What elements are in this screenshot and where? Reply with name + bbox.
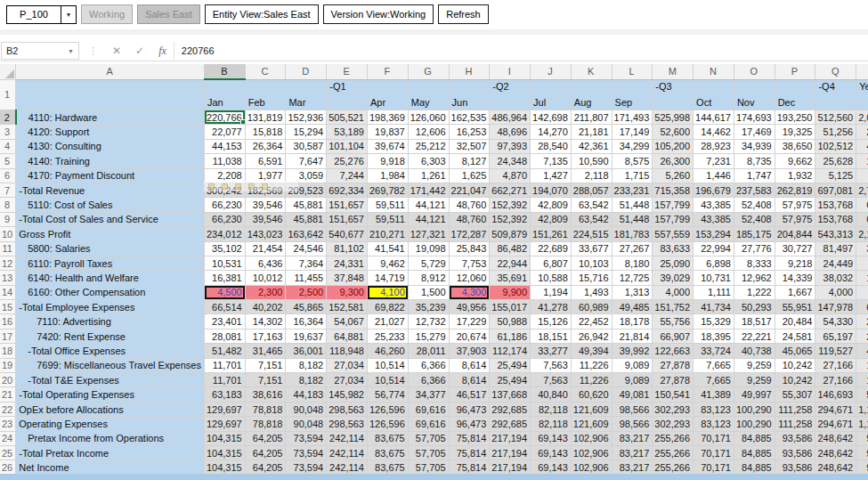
cell-B20[interactable]: 11,701 — [204, 373, 245, 387]
entity-view-button[interactable]: Entity View:Sales East — [205, 4, 319, 24]
cell-O15[interactable]: 50,293 — [734, 300, 775, 314]
cell-Q4[interactable]: 102,512 — [815, 139, 856, 153]
cell-N10[interactable]: 153,294 — [694, 227, 734, 241]
cell-F21[interactable]: 56,774 — [367, 387, 408, 402]
row-header-21[interactable]: 21 — [0, 387, 16, 402]
cell-B21[interactable]: 63,183 — [204, 387, 245, 402]
cell-L9[interactable]: 51,448 — [612, 212, 653, 226]
cell-M16[interactable]: 55,756 — [653, 314, 694, 329]
cell-C10[interactable]: 143,023 — [245, 227, 286, 241]
name-box-dropdown-icon[interactable]: ▼ — [68, 48, 74, 54]
cell-N15[interactable]: 41,734 — [694, 300, 734, 314]
cell-K26[interactable]: 102,906 — [571, 460, 612, 475]
cell-D16[interactable]: 16,364 — [286, 314, 327, 329]
cell-H7[interactable]: 221,047 — [449, 183, 490, 197]
cell-N2[interactable]: 144,617 — [694, 110, 734, 125]
cell-I2[interactable]: 486,964 — [490, 110, 531, 125]
cell-J13[interactable]: 10,588 — [531, 271, 572, 285]
cell-G11[interactable]: 19,098 — [408, 241, 449, 256]
cell-N11[interactable]: 22,994 — [694, 241, 734, 256]
row-header-12[interactable]: 12 — [0, 256, 16, 270]
cell-R22[interactable]: 1,188,212 — [856, 402, 868, 416]
cell-E14[interactable]: 9,300 — [327, 285, 368, 299]
cell-K14[interactable]: 1,493 — [571, 285, 612, 299]
cell-E13[interactable]: 37,848 — [327, 271, 368, 285]
cell-P17[interactable]: 24,581 — [775, 329, 815, 343]
cell-Q8[interactable]: 153,768 — [815, 198, 856, 212]
column-header-A[interactable]: A — [16, 64, 205, 79]
cell-P21[interactable]: 55,307 — [775, 387, 815, 402]
cell-E7[interactable]: 692,334 — [327, 183, 368, 197]
cell-E15[interactable]: 152,581 — [327, 300, 368, 314]
cell-C8[interactable]: 39,546 — [245, 198, 286, 212]
cell-H2[interactable]: 162,535 — [449, 110, 490, 125]
cell-L18[interactable]: 39,992 — [612, 344, 653, 358]
cell-G17[interactable]: 15,279 — [408, 329, 449, 343]
cell-E11[interactable]: 81,102 — [327, 241, 368, 256]
cell-Q24[interactable]: 248,642 — [815, 431, 856, 445]
cell-F4[interactable]: 39,674 — [367, 139, 408, 153]
row-header-20[interactable]: 20 — [0, 373, 16, 387]
cell-H8[interactable]: 48,760 — [449, 198, 490, 212]
cell-G19[interactable]: 6,366 — [408, 358, 449, 372]
cell-M17[interactable]: 66,907 — [653, 329, 694, 343]
cell-P6[interactable]: 1,932 — [775, 168, 815, 183]
cell-N5[interactable]: 7,231 — [694, 154, 734, 168]
cell-L23[interactable]: 98,566 — [612, 417, 653, 431]
cell-M22[interactable]: 302,293 — [653, 402, 694, 416]
cell-C6[interactable]: 1,977 — [245, 168, 286, 183]
cancel-icon[interactable]: ✕ — [105, 45, 128, 57]
cell-N14[interactable]: 1,111 — [694, 285, 734, 299]
cell-H10[interactable]: 172,287 — [449, 227, 490, 241]
cell-F17[interactable]: 25,233 — [367, 329, 408, 343]
cell-H19[interactable]: 8,614 — [449, 358, 490, 372]
cell-K4[interactable]: 42,361 — [571, 139, 612, 153]
cell-G12[interactable]: 5,729 — [408, 256, 449, 270]
cell-D7[interactable]: 209,523 — [286, 183, 327, 197]
cell-E17[interactable]: 64,881 — [327, 329, 368, 343]
cell-G10[interactable]: 127,321 — [408, 227, 449, 241]
cell-B19[interactable]: 11,701 — [204, 358, 245, 372]
cell-Q12[interactable]: 24,449 — [815, 256, 856, 270]
cell-M7[interactable]: 715,358 — [653, 183, 694, 197]
cell-H17[interactable]: 20,674 — [449, 329, 490, 343]
cell-H5[interactable]: 8,127 — [449, 154, 490, 168]
cell-N16[interactable]: 15,329 — [694, 314, 734, 329]
cell-K19[interactable]: 11,226 — [571, 358, 612, 372]
cell-P24[interactable]: 93,586 — [775, 431, 815, 445]
cell-K18[interactable]: 49,394 — [571, 344, 612, 358]
row-header-24[interactable]: 24 — [0, 431, 16, 445]
cell-F8[interactable]: 59,511 — [367, 198, 408, 212]
header-cell-P1[interactable]: Dec — [775, 79, 815, 110]
cell-R11[interactable]: 332,714 — [856, 241, 868, 256]
cell-G5[interactable]: 6,303 — [408, 154, 449, 168]
cell-R20[interactable]: 107,572 — [856, 373, 868, 387]
cell-I7[interactable]: 662,271 — [490, 183, 531, 197]
cell-J10[interactable]: 151,261 — [531, 227, 572, 241]
cell-I17[interactable]: 61,186 — [490, 329, 531, 343]
cell-O16[interactable]: 18,517 — [734, 314, 775, 329]
cell-J22[interactable]: 82,118 — [531, 402, 572, 416]
cell-F16[interactable]: 21,027 — [367, 314, 408, 329]
header-cell-H1[interactable]: Jun — [449, 79, 490, 110]
header-cell-K1[interactable]: Aug — [571, 79, 612, 110]
cell-G8[interactable]: 44,121 — [408, 198, 449, 212]
cell-J16[interactable]: 15,126 — [531, 314, 572, 329]
cell-D23[interactable]: 90,048 — [286, 417, 327, 431]
cell-E2[interactable]: 505,521 — [327, 110, 368, 125]
row-header-6[interactable]: 6 — [0, 168, 16, 183]
cell-B6[interactable]: 2,208 — [204, 168, 245, 183]
cell-R2[interactable]: 2,031,043 — [856, 110, 868, 125]
cell-R5[interactable]: 101,552 — [856, 154, 868, 168]
cell-L7[interactable]: 233,231 — [612, 183, 653, 197]
cell-L2[interactable]: 171,493 — [612, 110, 653, 125]
cell-D21[interactable]: 44,183 — [286, 387, 327, 402]
pov-member-selector[interactable]: P_100 ▼ — [6, 5, 77, 24]
cell-L17[interactable]: 21,814 — [612, 329, 653, 343]
cell-C13[interactable]: 10,012 — [245, 271, 286, 285]
formula-bar-input[interactable]: 220766 — [174, 42, 868, 60]
cell-K5[interactable]: 10,590 — [571, 154, 612, 168]
cell-F13[interactable]: 14,719 — [367, 271, 408, 285]
cell-J17[interactable]: 18,151 — [531, 329, 572, 343]
cell-H6[interactable]: 1,625 — [449, 168, 490, 183]
